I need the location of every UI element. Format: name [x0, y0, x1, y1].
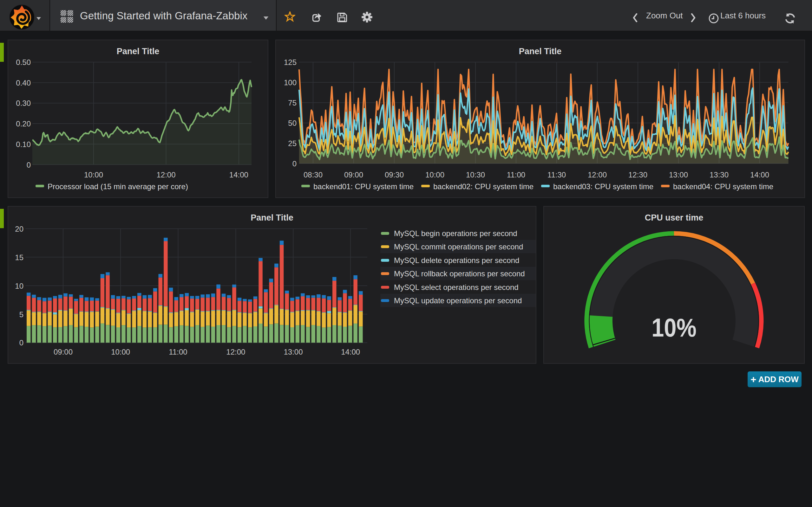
svg-text:10:30: 10:30	[466, 170, 485, 179]
svg-text:MySQL rollback operations per: MySQL rollback operations per second	[394, 269, 525, 278]
svg-text:0: 0	[19, 338, 23, 347]
svg-text:0.10: 0.10	[16, 140, 31, 149]
svg-text:12:00: 12:00	[156, 170, 175, 179]
svg-text:backend02: CPU system time: backend02: CPU system time	[433, 182, 534, 191]
svg-text:0.30: 0.30	[16, 99, 31, 107]
svg-text:10:00: 10:00	[425, 170, 444, 179]
svg-text:09:00: 09:00	[54, 348, 72, 356]
svg-text:0: 0	[293, 159, 297, 168]
svg-text:0: 0	[27, 161, 31, 169]
svg-text:10:00: 10:00	[111, 348, 130, 356]
svg-text:10: 10	[15, 282, 23, 290]
svg-text:MySQL delete operations per se: MySQL delete operations per second	[394, 256, 519, 265]
svg-text:125: 125	[284, 58, 297, 66]
svg-text:10:00: 10:00	[84, 170, 103, 179]
svg-text:backend01: CPU system time: backend01: CPU system time	[313, 182, 414, 191]
svg-text:50: 50	[288, 119, 297, 127]
svg-text:0.40: 0.40	[16, 78, 31, 87]
svg-text:MySQL select operations per se: MySQL select operations per second	[394, 283, 519, 291]
svg-text:Processor load (15 min average: Processor load (15 min average per core)	[48, 182, 188, 191]
svg-text:13:30: 13:30	[710, 170, 728, 179]
svg-text:14:00: 14:00	[750, 170, 769, 179]
svg-text:11:00: 11:00	[169, 348, 187, 356]
svg-text:25: 25	[288, 139, 297, 148]
svg-text:11:00: 11:00	[507, 170, 525, 179]
svg-text:13:00: 13:00	[284, 348, 303, 356]
svg-text:14:00: 14:00	[229, 170, 248, 179]
svg-text:20: 20	[15, 225, 23, 233]
svg-text:12:30: 12:30	[628, 170, 647, 179]
svg-text:13:00: 13:00	[669, 170, 688, 179]
svg-text:5: 5	[19, 310, 23, 319]
svg-text:0.50: 0.50	[16, 58, 31, 66]
svg-text:14:00: 14:00	[341, 348, 360, 356]
svg-text:12:00: 12:00	[588, 170, 607, 179]
svg-text:09:30: 09:30	[385, 170, 404, 179]
svg-text:09:00: 09:00	[344, 170, 363, 179]
svg-text:MySQL commit operations per se: MySQL commit operations per second	[394, 242, 523, 251]
svg-text:10%: 10%	[652, 313, 697, 342]
svg-text:08:30: 08:30	[304, 170, 322, 179]
svg-text:MySQL begin operations per sec: MySQL begin operations per second	[394, 229, 517, 238]
svg-text:12:00: 12:00	[226, 348, 245, 356]
svg-text:100: 100	[284, 78, 297, 87]
svg-text:backend04: CPU system time: backend04: CPU system time	[673, 182, 773, 191]
svg-text:11:30: 11:30	[548, 170, 566, 179]
svg-text:75: 75	[288, 99, 297, 107]
svg-text:0.20: 0.20	[16, 119, 31, 128]
svg-text:MySQL update operations per se: MySQL update operations per second	[394, 296, 522, 305]
svg-text:15: 15	[15, 253, 23, 262]
svg-text:backend03: CPU system time: backend03: CPU system time	[553, 182, 653, 191]
